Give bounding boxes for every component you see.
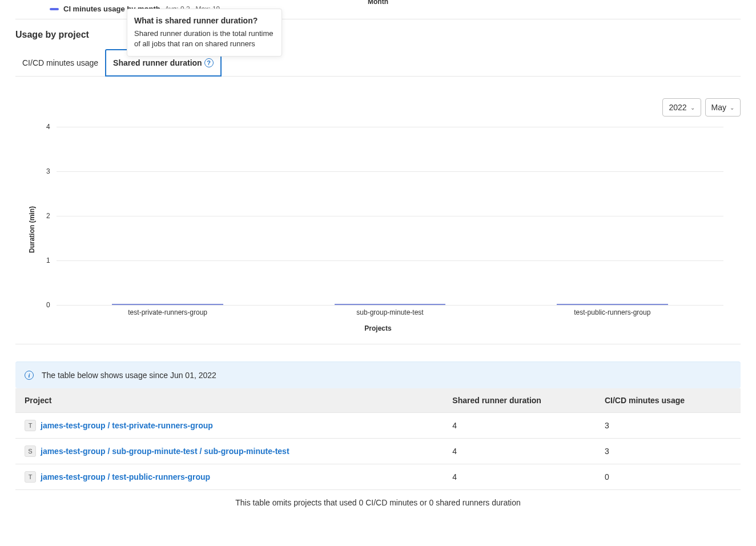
filters: 2022 ⌄ May ⌄ [15,77,741,127]
info-text: The table below shows usage since Jun 01… [42,371,216,380]
cell-duration: 4 [443,464,596,490]
y-tick: 0 [46,301,50,309]
table-row: T james-test-group / test-private-runner… [15,413,741,439]
tabs: CI/CD minutes usage Shared runner durati… [15,49,741,77]
cell-minutes: 3 [596,413,741,439]
y-tick: 3 [46,167,50,175]
year-value: 2022 [669,103,686,112]
bar[interactable] [335,304,446,305]
avatar: S [25,445,36,457]
project-link[interactable]: james-test-group / test-public-runners-g… [41,472,210,481]
info-banner: i The table below shows usage since Jun … [15,362,741,388]
col-header-project: Project [15,388,443,413]
project-link[interactable]: james-test-group / test-private-runners-… [41,421,213,430]
table-row: S james-test-group / sub-group-minute-te… [15,439,741,464]
col-header-duration: Shared runner duration [443,388,596,413]
x-tick: sub-group-minute-test [356,308,423,316]
x-axis-month-label: Month [368,0,388,6]
tab-label: Shared runner duration [113,58,202,67]
cell-minutes: 0 [596,464,741,490]
year-dropdown[interactable]: 2022 ⌄ [662,98,701,117]
y-tick: 4 [46,123,50,131]
cell-duration: 4 [443,413,596,439]
bar-chart: Duration (min) 01234test-private-runners… [15,127,741,332]
chevron-down-icon: ⌄ [690,105,695,111]
avatar: T [25,471,36,483]
month-value: May [711,103,726,112]
y-tick: 1 [46,256,50,264]
avatar: T [25,420,36,431]
info-icon: i [25,371,34,380]
section-title: Usage by project [15,19,741,49]
tab-cicd-minutes[interactable]: CI/CD minutes usage [15,49,105,76]
month-dropdown[interactable]: May ⌄ [705,98,741,117]
tooltip-body: Shared runner duration is the total runt… [134,29,275,49]
tooltip: What is shared runner duration? Shared r… [127,9,282,57]
col-header-minutes: CI/CD minutes usage [596,388,741,413]
x-tick: test-public-runners-group [574,308,650,316]
bar[interactable] [557,304,668,305]
chevron-down-icon: ⌄ [730,105,734,111]
x-tick: test-private-runners-group [128,308,207,316]
x-axis-label: Projects [15,324,741,332]
y-tick: 2 [46,212,50,220]
y-axis-label: Duration (min) [28,206,36,253]
table-row: T james-test-group / test-public-runners… [15,464,741,490]
cell-minutes: 3 [596,439,741,464]
usage-table: Project Shared runner duration CI/CD min… [15,388,741,490]
project-link[interactable]: james-test-group / sub-group-minute-test… [41,447,289,456]
bar[interactable] [112,304,223,305]
legend-swatch [50,8,59,10]
tooltip-title: What is shared runner duration? [134,16,275,25]
help-icon[interactable]: ? [204,58,214,67]
chart-legend: Month CI minutes usage by month Avg: 9.2… [15,0,741,19]
cell-duration: 4 [443,439,596,464]
table-footer-note: This table omits projects that used 0 CI… [15,490,741,515]
